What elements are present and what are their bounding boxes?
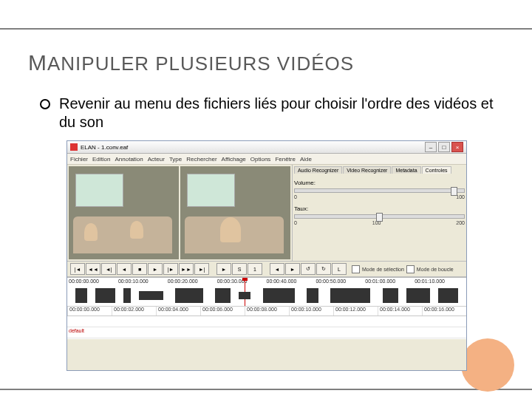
transport-button[interactable]: ►: [148, 263, 163, 275]
transport-button[interactable]: ◄: [270, 263, 284, 275]
transport-button[interactable]: ◄◄: [86, 263, 100, 275]
transport-button[interactable]: ►►: [179, 263, 194, 275]
bullet-item: Revenir au menu des fichiers liés pour c…: [40, 95, 502, 132]
tab-audio-recognizer[interactable]: Audio Recognizer: [294, 166, 342, 174]
transport-button[interactable]: L: [332, 263, 347, 275]
annotation-area[interactable]: 00:00:00.000 00:00:02.000 00:00:04.000 0…: [67, 307, 466, 339]
selection-mode-checkbox[interactable]: [352, 265, 360, 273]
elan-screenshot: ELAN - 1.conv.eaf – □ × Fichier Edition …: [66, 140, 467, 371]
window-title: ELAN - 1.conv.eaf: [81, 144, 128, 151]
transport-button[interactable]: ►: [216, 263, 231, 275]
menu-bar: Fichier Edition Annotation Acteur Type R…: [67, 154, 466, 165]
bullet-icon: [40, 99, 50, 109]
transport-button[interactable]: 1: [248, 263, 262, 275]
menu-item[interactable]: Annotation: [115, 156, 143, 163]
tab-metadata[interactable]: Metadata: [392, 166, 420, 174]
waveform-viewer[interactable]: 00:00:00.000 00:00:10.000 00:00:20.000 0…: [67, 278, 466, 307]
menu-item[interactable]: Acteur: [148, 156, 165, 163]
app-icon: [70, 143, 78, 151]
transport-button[interactable]: ►|: [194, 263, 209, 275]
rate-slider[interactable]: [294, 214, 465, 219]
transport-button[interactable]: |►: [163, 263, 178, 275]
tab-controles[interactable]: Controles: [422, 166, 451, 174]
video-viewer-2[interactable]: [180, 166, 290, 259]
minimize-button[interactable]: –: [425, 142, 437, 152]
menu-item[interactable]: Fichier: [70, 156, 88, 163]
selection-mode-label: Mode de sélection: [362, 267, 404, 272]
timeline: 00:00:00.000 00:00:10.000 00:00:20.000 0…: [67, 277, 466, 339]
transport-button[interactable]: ►: [285, 263, 300, 275]
slide-title: MANIPULER PLUSIEURS VIDÉOS: [28, 50, 354, 75]
close-button[interactable]: ×: [451, 142, 463, 152]
bullet-text: Revenir au menu des fichiers liés pour c…: [59, 95, 502, 132]
volume-label: Volume:: [294, 180, 465, 186]
loop-mode-label: Mode de boucle: [417, 267, 454, 272]
transport-button[interactable]: ↻: [316, 263, 331, 275]
video-viewer-1[interactable]: [69, 166, 179, 259]
transport-button[interactable]: ↺: [301, 263, 316, 275]
video-panels: [67, 165, 292, 261]
menu-item[interactable]: Rechercher: [186, 156, 216, 163]
menu-item[interactable]: Fenêtre: [275, 156, 296, 163]
transport-button[interactable]: |◄: [70, 263, 85, 275]
window-titlebar: ELAN - 1.conv.eaf – □ ×: [67, 141, 466, 154]
transport-button[interactable]: ◄|: [101, 263, 116, 275]
transport-button[interactable]: ◄: [117, 263, 132, 275]
rate-label: Taux:: [294, 205, 465, 212]
menu-item[interactable]: Aide: [300, 156, 312, 163]
tier-label[interactable]: default: [69, 328, 84, 333]
maximize-button[interactable]: □: [438, 142, 450, 152]
control-panel: Audio Recognizer Video Recognizer Metada…: [292, 165, 466, 261]
transport-bar: |◄ ◄◄ ◄| ◄ ■ ► |► ►► ►| ► S 1 ◄ ► ↺ ↻ L …: [67, 261, 466, 277]
menu-item[interactable]: Options: [250, 156, 271, 163]
menu-item[interactable]: Edition: [92, 156, 110, 163]
menu-item[interactable]: Type: [169, 156, 182, 163]
accent-circle: [461, 338, 514, 392]
loop-mode-checkbox[interactable]: [406, 265, 415, 273]
tab-video-recognizer[interactable]: Video Recognizer: [343, 166, 391, 174]
transport-button[interactable]: S: [232, 263, 247, 275]
transport-button[interactable]: ■: [132, 263, 147, 275]
menu-item[interactable]: Affichage: [222, 156, 246, 163]
volume-slider[interactable]: [294, 188, 465, 193]
